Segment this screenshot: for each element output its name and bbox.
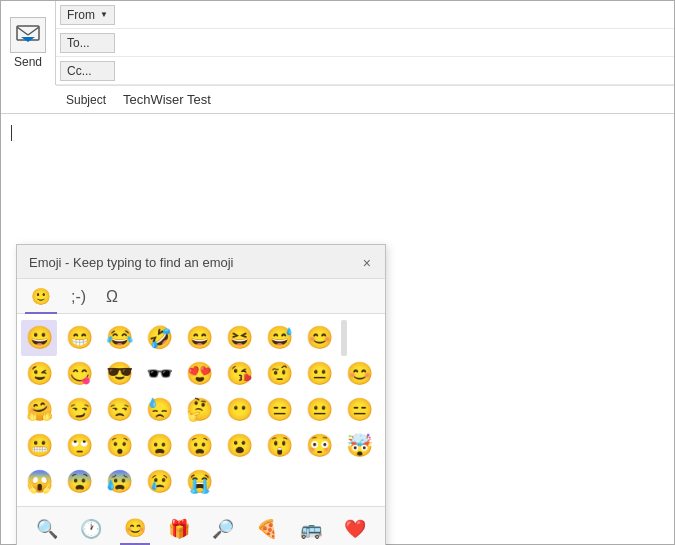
to-button[interactable]: To... — [60, 33, 115, 53]
main-window: Send From ▼ To... — [0, 0, 675, 545]
to-row: To... — [56, 29, 674, 57]
subject-label: Subject — [60, 91, 115, 109]
emoji-cell[interactable]: 🤣 — [141, 320, 177, 356]
emoji-cell[interactable]: 😶 — [221, 392, 257, 428]
emoji-cell[interactable]: 😳 — [301, 428, 337, 464]
emoji-cell[interactable]: 😲 — [261, 428, 297, 464]
emoji-cell[interactable]: 😊 — [341, 356, 377, 392]
emoji-picker-title: Emoji - Keep typing to find an emoji — [29, 255, 234, 270]
to-input[interactable] — [119, 33, 674, 52]
fields-section: From ▼ To... Cc... — [56, 1, 674, 113]
emoji-cell[interactable]: 🤨 — [261, 356, 297, 392]
cc-button[interactable]: Cc... — [60, 61, 115, 81]
from-row: From ▼ — [56, 1, 674, 29]
emoji-cell[interactable]: 😮 — [221, 428, 257, 464]
emoji-cell[interactable]: 😂 — [101, 320, 137, 356]
emoji-cell[interactable]: 🤗 — [21, 392, 57, 428]
emoji-cell[interactable]: 😘 — [221, 356, 257, 392]
send-label: Send — [14, 55, 42, 69]
compose-area[interactable]: Emoji - Keep typing to find an emoji × 🙂… — [1, 114, 674, 544]
text-cursor — [11, 125, 12, 141]
scrollbar[interactable] — [341, 320, 347, 356]
send-icon — [10, 17, 46, 53]
emoji-cell[interactable]: 😒 — [101, 392, 137, 428]
emoji-cell[interactable]: 😭 — [181, 464, 217, 500]
emoji-picker: Emoji - Keep typing to find an emoji × 🙂… — [16, 244, 386, 545]
emoji-tab-special[interactable]: Ω — [100, 284, 124, 314]
emoji-smiley-button[interactable]: 😊 — [120, 513, 150, 545]
chevron-icon: ▼ — [100, 10, 108, 19]
emoji-tab-text[interactable]: ;-) — [65, 284, 92, 314]
emoji-close-button[interactable]: × — [361, 256, 373, 270]
emoji-cell[interactable]: 😉 — [21, 356, 57, 392]
compose-header: Send From ▼ To... — [1, 1, 674, 114]
emoji-cell[interactable]: 😐 — [301, 356, 337, 392]
subject-row: Subject — [56, 85, 674, 113]
emoji-cell[interactable]: 😓 — [141, 392, 177, 428]
emoji-cell[interactable]: 😄 — [181, 320, 217, 356]
emoji-cell[interactable]: 😯 — [101, 428, 137, 464]
emoji-cell[interactable]: 🙄 — [61, 428, 97, 464]
emoji-cell[interactable]: 😅 — [261, 320, 297, 356]
emoji-footer: 🔍 🕐 😊 🎁 🔎 🍕 🚌 ❤️ — [17, 506, 385, 545]
emoji-cell[interactable]: 😆 — [221, 320, 257, 356]
svg-line-1 — [17, 27, 28, 35]
emoji-cell[interactable]: 🕶️ — [141, 356, 177, 392]
emoji-cell[interactable]: 😋 — [61, 356, 97, 392]
emoji-symbols-button[interactable]: 🔎 — [208, 514, 238, 544]
emoji-heart-button[interactable]: ❤️ — [340, 514, 370, 544]
emoji-cell[interactable]: 😁 — [61, 320, 97, 356]
emoji-tab-smiley[interactable]: 🙂 — [25, 283, 57, 314]
emoji-cell[interactable]: 😍 — [181, 356, 217, 392]
svg-line-2 — [28, 27, 39, 35]
emoji-cell[interactable]: 😀 — [21, 320, 57, 356]
from-button[interactable]: From ▼ — [60, 5, 115, 25]
subject-input[interactable] — [119, 90, 674, 109]
cc-row: Cc... — [56, 57, 674, 85]
emoji-cell[interactable]: 🤔 — [181, 392, 217, 428]
emoji-cell[interactable]: 😰 — [101, 464, 137, 500]
emoji-cell[interactable]: 😱 — [21, 464, 57, 500]
emoji-cell[interactable]: 😨 — [61, 464, 97, 500]
emoji-grid: 😀 😁 😂 🤣 😄 😆 😅 😊 😉 😋 😎 🕶️ 😍 😘 🤨 — [17, 314, 385, 506]
from-input[interactable] — [119, 5, 674, 24]
emoji-cell[interactable]: 😏 — [61, 392, 97, 428]
emoji-tabs: 🙂 ;-) Ω — [17, 279, 385, 314]
emoji-objects-button[interactable]: 🎁 — [164, 514, 194, 544]
emoji-cell[interactable]: 😦 — [141, 428, 177, 464]
emoji-picker-header: Emoji - Keep typing to find an emoji × — [17, 245, 385, 279]
emoji-food-button[interactable]: 🍕 — [252, 514, 282, 544]
emoji-cell[interactable]: 😊 — [301, 320, 337, 356]
emoji-cell[interactable]: 😑 — [341, 392, 377, 428]
emoji-recent-button[interactable]: 🕐 — [76, 514, 106, 544]
emoji-cell[interactable]: 😎 — [101, 356, 137, 392]
emoji-cell[interactable]: 😧 — [181, 428, 217, 464]
cc-input[interactable] — [119, 61, 674, 80]
emoji-search-button[interactable]: 🔍 — [32, 514, 62, 544]
emoji-travel-button[interactable]: 🚌 — [296, 514, 326, 544]
emoji-cell[interactable]: 😑 — [261, 392, 297, 428]
emoji-cell[interactable]: 😢 — [141, 464, 177, 500]
emoji-cell[interactable]: 😬 — [21, 428, 57, 464]
emoji-cell[interactable]: 😐 — [301, 392, 337, 428]
send-panel[interactable]: Send — [1, 1, 56, 85]
emoji-cell[interactable]: 🤯 — [341, 428, 377, 464]
